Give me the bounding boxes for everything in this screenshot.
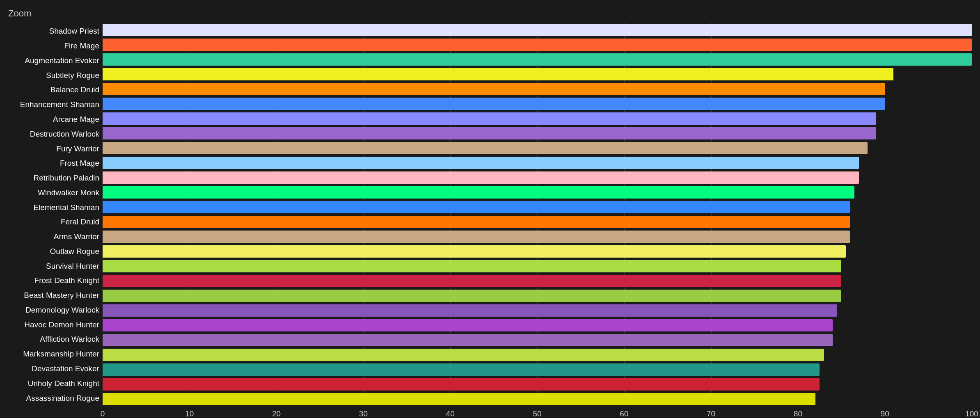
bar-row (103, 318, 972, 332)
bar-row (103, 67, 972, 81)
bar-row (103, 259, 972, 273)
x-tick: 50 (533, 409, 541, 418)
y-label: Survival Hunter (8, 259, 99, 273)
bar-row (103, 274, 972, 288)
bar-row (103, 244, 972, 258)
x-tick: 10 (185, 409, 194, 418)
bar-row (103, 126, 972, 140)
bar[interactable] (103, 142, 868, 154)
bar-row (103, 377, 972, 391)
y-label: Fury Warrior (8, 142, 99, 155)
bar-row (103, 38, 972, 52)
grid-line (972, 23, 972, 406)
bar[interactable] (103, 216, 850, 228)
y-label: Havoc Demon Hunter (8, 317, 99, 331)
bar[interactable] (103, 112, 876, 125)
bar[interactable] (103, 290, 841, 302)
y-label: Balance Druid (8, 83, 99, 97)
chart-container: Shadow PriestFire MageAugmentation Evoke… (8, 23, 972, 418)
bar-row (103, 141, 972, 155)
x-axis-inner: 0102030405060708090100 (103, 409, 972, 418)
y-label: Demonology Warlock (8, 303, 99, 317)
bar[interactable] (103, 98, 885, 110)
bar-row (103, 363, 972, 377)
zoom-label: Zoom (8, 8, 972, 19)
y-label: Fire Mage (8, 39, 99, 53)
y-label: Affliction Warlock (8, 332, 99, 346)
x-tick: 90 (881, 409, 889, 418)
bar[interactable] (103, 83, 885, 95)
x-tick: 60 (620, 409, 628, 418)
bar[interactable] (103, 186, 854, 199)
bar[interactable] (103, 39, 972, 51)
bar-row (103, 215, 972, 229)
x-tick: 0 (101, 409, 105, 418)
bar[interactable] (103, 127, 876, 139)
bar[interactable] (103, 157, 859, 169)
y-label: Retribution Paladin (8, 171, 99, 185)
x-tick: 100 (965, 409, 978, 418)
y-label: Augmentation Evoker (8, 53, 99, 67)
y-label: Frost Mage (8, 156, 99, 170)
y-label: Beast Mastery Hunter (8, 288, 99, 302)
y-label: Assassination Rogue (8, 391, 99, 405)
bar-row (103, 200, 972, 214)
bar[interactable] (103, 231, 850, 243)
bar-row (103, 53, 972, 66)
x-axis: 0102030405060708090100 (8, 409, 972, 418)
y-labels: Shadow PriestFire MageAugmentation Evoke… (8, 23, 103, 406)
bar-row (103, 230, 972, 244)
y-label: Windwalker Monk (8, 185, 99, 199)
bar[interactable] (103, 378, 820, 391)
y-label: Elemental Shaman (8, 200, 99, 214)
bar[interactable] (103, 393, 815, 405)
bar-row (103, 23, 972, 37)
bar[interactable] (103, 245, 846, 258)
y-label: Devastation Evoker (8, 361, 99, 375)
y-label: Feral Druid (8, 215, 99, 229)
y-label: Enhancement Shaman (8, 98, 99, 112)
bar[interactable] (103, 319, 833, 331)
bar[interactable] (103, 304, 837, 317)
bar-row (103, 171, 972, 185)
x-tick: 70 (707, 409, 715, 418)
bar-row (103, 289, 972, 303)
bar-row (103, 392, 972, 406)
bars-area (103, 23, 972, 406)
chart-area: Shadow PriestFire MageAugmentation Evoke… (8, 23, 972, 406)
y-label: Subtlety Rogue (8, 68, 99, 82)
y-label: Unholy Death Knight (8, 376, 99, 390)
bar-row (103, 333, 972, 347)
bars-rows (103, 23, 972, 406)
y-label: Outlaw Rogue (8, 244, 99, 258)
bar[interactable] (103, 260, 841, 272)
bar[interactable] (103, 349, 824, 361)
bar[interactable] (103, 53, 972, 66)
bar-row (103, 97, 972, 111)
y-label: Arms Warrior (8, 230, 99, 244)
bar-row (103, 348, 972, 362)
bar[interactable] (103, 363, 820, 376)
bar[interactable] (103, 275, 841, 287)
y-label: Arcane Mage (8, 112, 99, 126)
bar-row (103, 185, 972, 199)
x-tick: 30 (359, 409, 368, 418)
x-tick: 80 (794, 409, 802, 418)
y-label: Frost Death Knight (8, 274, 99, 288)
bar[interactable] (103, 334, 833, 346)
bar-row (103, 304, 972, 317)
y-label: Destruction Warlock (8, 127, 99, 141)
x-tick: 40 (446, 409, 455, 418)
y-label: Shadow Priest (8, 24, 99, 38)
x-tick: 20 (272, 409, 281, 418)
y-label: Marksmanship Hunter (8, 347, 99, 361)
bar[interactable] (103, 171, 859, 184)
bar-row (103, 112, 972, 126)
bar[interactable] (103, 201, 850, 213)
bar[interactable] (103, 68, 893, 80)
bar-row (103, 82, 972, 96)
bar-row (103, 156, 972, 170)
bar[interactable] (103, 24, 972, 36)
